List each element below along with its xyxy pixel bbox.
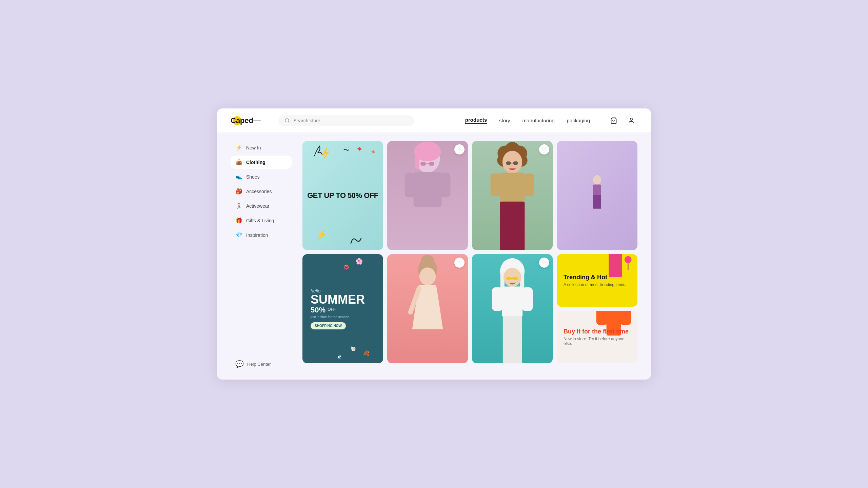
sidebar-label-accessories: Accessories xyxy=(246,189,272,194)
svg-rect-26 xyxy=(593,185,601,196)
sidebar: ⚡ New In 👜 Clothing 👟 Shoes 🎒 Accessorie… xyxy=(231,141,292,371)
help-center-button[interactable]: 💬 Help Center xyxy=(231,357,292,371)
gifts-icon: 🎁 xyxy=(235,217,243,224)
svg-rect-24 xyxy=(500,202,525,250)
svg-rect-40 xyxy=(492,287,503,311)
accessories-icon: 🎒 xyxy=(235,188,243,195)
svg-point-2 xyxy=(630,118,633,120)
svg-rect-9 xyxy=(420,162,426,165)
favorite-button-2[interactable]: ♡ xyxy=(539,144,549,155)
logo[interactable]: Caped— xyxy=(231,116,261,125)
summer-text: hello SUMMER 50% OFF just in time for th… xyxy=(311,288,365,329)
floral-icon-3: 🍂 xyxy=(363,350,370,357)
search-input[interactable] xyxy=(293,118,408,123)
card-sale-banner: ⚡ ✦ 〜 GET UP TO 50% OFF ⚡ ✦ xyxy=(302,141,383,250)
buy-text: Buy it for the first time New in store. … xyxy=(564,328,631,346)
header: Caped— products story manufacturing pack… xyxy=(217,108,651,133)
sale-text: GET UP TO 50% OFF xyxy=(307,191,378,200)
new-in-icon: ⚡ xyxy=(235,144,243,151)
person-figure-2 xyxy=(472,141,553,250)
search-bar xyxy=(278,115,414,126)
svg-rect-19 xyxy=(513,161,518,165)
svg-point-30 xyxy=(419,267,436,285)
svg-rect-6 xyxy=(413,172,441,207)
favorite-button-3[interactable]: ♡ xyxy=(454,258,465,268)
sidebar-label-new-in: New In xyxy=(246,145,261,150)
svg-rect-23 xyxy=(524,174,534,197)
favorite-button-1[interactable]: ♡ xyxy=(454,144,465,155)
floral-icon-2: 🌺 xyxy=(343,264,349,270)
sidebar-item-shoes[interactable]: 👟 Shoes xyxy=(231,170,292,183)
sidebar-item-activewear[interactable]: 🏃 Activewear xyxy=(231,199,292,212)
inspiration-icon: 💎 xyxy=(235,232,243,238)
favorite-button-4[interactable]: ♡ xyxy=(539,258,549,268)
svg-rect-42 xyxy=(503,316,522,363)
cart-button[interactable] xyxy=(608,115,620,127)
sidebar-label-clothing: Clothing xyxy=(246,160,265,165)
floral-icon-4: 🌊 xyxy=(337,355,342,360)
trending-text: Trending & Hot A collection of most tren… xyxy=(564,274,626,287)
svg-rect-7 xyxy=(405,172,414,197)
person-figure-3 xyxy=(387,254,468,363)
sidebar-item-accessories[interactable]: 🎒 Accessories xyxy=(231,185,292,198)
card-right-tall xyxy=(557,141,637,250)
card-buy-first: Buy it for the first time New in store. … xyxy=(557,311,637,363)
activewear-icon: 🏃 xyxy=(235,203,243,209)
help-label: Help Center xyxy=(247,362,271,367)
svg-rect-8 xyxy=(440,172,450,197)
svg-point-51 xyxy=(625,256,632,263)
app-wrapper: Caped— products story manufacturing pack… xyxy=(217,108,651,380)
sidebar-item-inspiration[interactable]: 💎 Inspiration xyxy=(231,228,292,242)
person-figure-4 xyxy=(472,254,553,363)
sidebar-item-gifts[interactable]: 🎁 Gifts & Living xyxy=(231,214,292,227)
svg-rect-41 xyxy=(522,287,533,311)
trending-title: Trending & Hot xyxy=(564,274,626,281)
svg-rect-18 xyxy=(506,161,511,165)
squiggle-icon-1: 〜 xyxy=(343,146,350,154)
lightning-icon-3: ⚡ xyxy=(316,229,327,240)
summer-title: SUMMER xyxy=(311,293,365,306)
deco-squiggle-2 xyxy=(349,235,363,245)
svg-point-25 xyxy=(593,175,601,185)
sidebar-label-shoes: Shoes xyxy=(246,174,260,180)
sidebar-label-activewear: Activewear xyxy=(246,203,269,209)
svg-rect-59 xyxy=(620,311,631,325)
svg-rect-5 xyxy=(415,151,419,169)
deco-arrow-1 xyxy=(313,144,323,158)
trending-subtitle: A collection of most trending items. xyxy=(564,282,626,287)
card-pink-dress: ♡ xyxy=(387,254,468,363)
person-figure-1 xyxy=(387,141,468,250)
svg-rect-39 xyxy=(502,287,522,318)
sidebar-item-clothing[interactable]: 👜 Clothing xyxy=(231,156,292,169)
star-icon: ✦ xyxy=(370,147,377,157)
card-trending: Trending & Hot A collection of most tren… xyxy=(557,254,637,307)
account-button[interactable] xyxy=(625,115,637,127)
nav-manufacturing[interactable]: manufacturing xyxy=(522,118,555,123)
nav-packaging[interactable]: packaging xyxy=(567,118,590,123)
svg-rect-27 xyxy=(593,195,601,209)
buy-subtitle: New in store. Try it before anyone else. xyxy=(564,337,631,346)
main-nav: products story manufacturing packaging xyxy=(465,117,590,124)
summer-shop-button[interactable]: SHOPPING NOW xyxy=(311,322,346,329)
help-icon: 💬 xyxy=(235,360,244,368)
shell-icon: 🐚 xyxy=(350,346,356,351)
card-summer-banner: hello SUMMER 50% OFF just in time for th… xyxy=(302,254,383,363)
floral-icon-1: 🌸 xyxy=(355,258,363,265)
nav-products[interactable]: products xyxy=(465,117,487,124)
decorative-figure xyxy=(584,174,611,218)
svg-rect-36 xyxy=(506,277,511,280)
buy-title: Buy it for the first time xyxy=(564,328,631,335)
nav-story[interactable]: story xyxy=(499,118,510,123)
logo-text: Caped— xyxy=(231,116,261,125)
sidebar-label-gifts: Gifts & Living xyxy=(246,218,274,223)
shoes-icon: 👟 xyxy=(235,174,243,180)
summer-percent: 50% OFF xyxy=(311,306,365,314)
search-icon xyxy=(284,118,290,123)
main-content: ⚡ New In 👜 Clothing 👟 Shoes 🎒 Accessorie… xyxy=(217,133,651,380)
sidebar-label-inspiration: Inspiration xyxy=(246,232,268,238)
sidebar-item-new-in[interactable]: ⚡ New In xyxy=(231,141,292,154)
svg-rect-21 xyxy=(500,172,525,202)
svg-rect-37 xyxy=(513,277,518,280)
lightning-icon-2: ✦ xyxy=(355,144,364,154)
header-icons xyxy=(608,115,637,127)
